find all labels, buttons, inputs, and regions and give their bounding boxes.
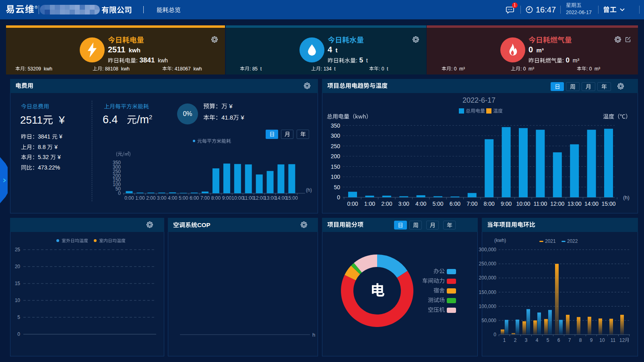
svg-text:2022-6-17: 2022-6-17 [462, 96, 495, 104]
svg-text:5:00: 5:00 [179, 195, 188, 200]
svg-text:4:00: 4:00 [415, 201, 426, 207]
svg-text:15: 15 [15, 281, 21, 286]
svg-text:10:00: 10:00 [231, 195, 244, 200]
svg-text:6: 6 [557, 337, 560, 343]
svg-text:25: 25 [15, 247, 21, 252]
svg-text:0: 0 [493, 332, 496, 337]
svg-text:12:00: 12:00 [550, 201, 564, 207]
svg-text:12:00: 12:00 [253, 195, 265, 200]
svg-text:8: 8 [579, 337, 582, 343]
svg-text:0:00: 0:00 [347, 201, 358, 207]
svg-text:50,000: 50,000 [481, 318, 496, 323]
svg-text:7:00: 7:00 [466, 201, 477, 207]
svg-text:10:00: 10:00 [516, 201, 530, 207]
svg-text:200,000: 200,000 [479, 275, 497, 281]
svg-text:9: 9 [590, 337, 593, 343]
svg-text:0: 0 [17, 331, 20, 337]
svg-text:15:00: 15:00 [601, 201, 615, 207]
svg-text:5: 5 [547, 337, 549, 343]
svg-text:15:00: 15:00 [286, 195, 298, 200]
svg-text:2:00: 2:00 [146, 195, 156, 200]
svg-text:1:00: 1:00 [135, 195, 145, 200]
svg-text:150: 150 [331, 163, 341, 170]
svg-text:3:00: 3:00 [398, 201, 409, 207]
svg-text:150,000: 150,000 [479, 290, 497, 295]
svg-text:200: 200 [331, 153, 341, 159]
svg-text:14:00: 14:00 [584, 201, 599, 207]
svg-text:300: 300 [331, 132, 341, 139]
svg-text:0: 0 [337, 194, 340, 201]
svg-text:9:00: 9:00 [501, 201, 512, 207]
svg-text:5:00: 5:00 [432, 201, 443, 207]
svg-text:8:00: 8:00 [484, 201, 495, 207]
svg-text:7: 7 [568, 337, 571, 343]
svg-text:300,000: 300,000 [479, 247, 497, 252]
svg-text:3:00: 3:00 [157, 195, 167, 200]
svg-text:350: 350 [113, 160, 121, 165]
svg-text:4:00: 4:00 [168, 195, 178, 200]
svg-text:6:00: 6:00 [190, 195, 199, 200]
svg-text:350: 350 [331, 122, 341, 129]
svg-text:50: 50 [334, 184, 340, 190]
svg-text:11:00: 11:00 [243, 195, 254, 200]
svg-text:9:00: 9:00 [222, 195, 232, 200]
svg-text:1: 1 [503, 337, 506, 343]
svg-text:13:00: 13:00 [568, 201, 582, 207]
svg-text:10: 10 [599, 337, 605, 343]
svg-text:11:00: 11:00 [533, 201, 547, 207]
svg-text:3: 3 [525, 337, 528, 343]
svg-text:1:00: 1:00 [364, 201, 375, 207]
svg-text:0:00: 0:00 [124, 195, 134, 200]
svg-text:10: 10 [15, 298, 21, 303]
svg-text:11: 11 [611, 337, 616, 343]
svg-text:14:00: 14:00 [275, 195, 287, 200]
svg-text:100,000: 100,000 [479, 304, 497, 309]
svg-text:250: 250 [331, 143, 341, 149]
svg-text:8:00: 8:00 [211, 195, 221, 200]
svg-text:100: 100 [331, 174, 341, 180]
svg-text:2: 2 [514, 337, 517, 343]
svg-text:4: 4 [536, 337, 539, 343]
svg-text:20: 20 [15, 264, 21, 269]
svg-text:5: 5 [17, 314, 20, 320]
svg-text:250,000: 250,000 [479, 261, 497, 267]
svg-text:7:00: 7:00 [200, 195, 210, 200]
svg-text:13:00: 13:00 [264, 195, 276, 200]
svg-text:2:00: 2:00 [381, 201, 392, 207]
svg-text:6:00: 6:00 [450, 201, 460, 207]
svg-text:(h): (h) [623, 194, 630, 201]
